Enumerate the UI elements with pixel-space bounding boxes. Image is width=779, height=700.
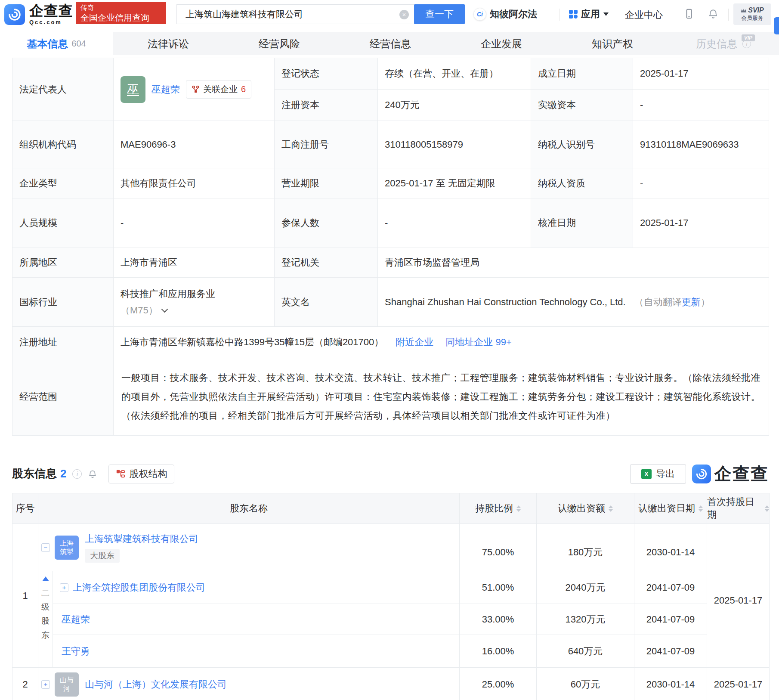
chevron-down-icon	[603, 12, 609, 16]
qcc-watermark-icon	[692, 465, 711, 483]
qcc-watermark-text: 企查查	[714, 462, 769, 486]
address-value: 上海市青浦区华新镇嘉松中路1399号35幢15层（邮编201700）	[121, 336, 383, 349]
top-bar: 企查查 Qcc.com 传奇 全国企业信用查询 × 查一下 Ci 知彼阿尔法 应…	[0, 0, 779, 28]
triangle-up-icon[interactable]	[42, 576, 49, 581]
tab-label: 企业发展	[481, 37, 522, 51]
tab-basic-info[interactable]: 基本信息 604	[0, 32, 113, 55]
tab-operation-info[interactable]: 经营信息	[335, 32, 446, 55]
basic-info-table: 法定代表人 巫 巫超荣 关联企业 6 登记状态 存续（在营、开业、在册） 成立日…	[12, 58, 769, 436]
shareholder-name-link[interactable]: 山与河（上海）文化发展有限公司	[85, 678, 227, 691]
first-date-cell: 2025-01-17	[707, 524, 769, 668]
second-level-label-cell: 二级股东	[38, 571, 53, 668]
avatar-line2: 河	[63, 685, 70, 693]
ent-type-label: 企业类型	[12, 168, 114, 198]
info-icon[interactable]: i	[72, 469, 82, 479]
sub-shareholder-name-link[interactable]: 王守勇	[62, 645, 90, 658]
auto-translate-note: （自动翻译	[634, 297, 682, 307]
sort-icon[interactable]	[699, 505, 703, 512]
related-companies-count: 6	[241, 84, 246, 94]
nearby-companies-link[interactable]: 附近企业	[396, 336, 433, 349]
related-companies-button[interactable]: 关联企业 6	[186, 80, 251, 99]
search-input[interactable]	[177, 5, 414, 24]
search-clear-icon[interactable]: ×	[399, 10, 409, 19]
paid-capital-value: -	[633, 90, 769, 121]
org-code-label: 组织机构代码	[12, 121, 114, 168]
crown-icon	[741, 8, 747, 13]
amount-cell: 2040万元	[537, 571, 634, 604]
nav-zhibi-alpha[interactable]: Ci 知彼阿尔法	[473, 8, 537, 21]
same-address-companies-link[interactable]: 同地址企业 99+	[445, 336, 511, 349]
nav-apps[interactable]: 应用	[569, 8, 609, 21]
floating-side-widget[interactable]	[774, 17, 779, 34]
sort-icon[interactable]	[609, 505, 613, 512]
amount-cell: 60万元	[537, 668, 634, 700]
col-header-first-date[interactable]: 首次持股日期	[707, 493, 769, 524]
equity-structure-button[interactable]: 股权结构	[108, 465, 174, 483]
biz-reg-no-label: 工商注册号	[275, 121, 378, 168]
nav-apps-label: 应用	[581, 8, 600, 21]
ratio-cell: 16.00%	[460, 635, 537, 668]
sub-shareholder-name-link[interactable]: 巫超荣	[62, 613, 90, 626]
shareholder-name-link[interactable]: 上海筑掣建筑科技有限公司	[85, 533, 198, 545]
date-cell: 2041-07-09	[634, 604, 707, 635]
tab-intellectual-property[interactable]: 知识产权	[557, 32, 668, 55]
col-header-date[interactable]: 认缴出资日期	[634, 493, 707, 524]
date-cell: 2030-01-14	[634, 524, 707, 571]
date-cell: 2041-07-09	[634, 635, 707, 668]
tab-bar: 基本信息 604 法律诉讼 经营风险 经营信息 企业发展 知识产权 VIP 历史…	[0, 32, 779, 55]
expand-cell: +	[38, 668, 53, 700]
apps-grid-icon	[569, 10, 578, 19]
tab-label: 经营风险	[259, 37, 300, 51]
search-button[interactable]: 查一下	[414, 4, 465, 24]
tab-legal-litigation[interactable]: 法律诉讼	[113, 32, 224, 55]
svip-member-button[interactable]: SVIP 会员服务	[733, 3, 771, 25]
sort-icon[interactable]	[516, 505, 521, 512]
monitor-bell-icon[interactable]	[88, 469, 97, 479]
sort-icon[interactable]	[765, 505, 769, 512]
sub-shareholder-name-link[interactable]: 上海全筑控股集团股份有限公司	[73, 581, 205, 594]
org-code-value: MAE90696-3	[114, 121, 275, 168]
tab-enterprise-development[interactable]: 企业发展	[446, 32, 557, 55]
insured-count-label: 参保人数	[275, 198, 378, 248]
legal-rep-label: 法定代表人	[12, 58, 114, 121]
translate-update-link[interactable]: 更新	[682, 297, 701, 307]
related-companies-icon	[192, 85, 200, 93]
legal-rep-name-link[interactable]: 巫超荣	[151, 83, 180, 96]
shareholder-avatar: 山与 河	[55, 672, 79, 697]
en-name-value: Shanghai Zhushan Hai Construction Techno…	[385, 297, 626, 307]
staff-size-label: 人员规模	[12, 198, 114, 248]
region-label: 所属地区	[12, 248, 114, 278]
qcc-logo[interactable]: 企查查 Qcc.com	[4, 3, 73, 25]
col-header-amount[interactable]: 认缴出资额	[537, 493, 634, 524]
divider	[728, 9, 729, 21]
ent-type-value: 其他有限责任公司	[114, 168, 275, 198]
expand-button[interactable]: +	[60, 583, 68, 592]
related-companies-label: 关联企业	[203, 84, 238, 95]
export-label: 导出	[656, 468, 675, 480]
collapse-button[interactable]: −	[41, 543, 50, 552]
col-header-ratio[interactable]: 持股比例	[460, 493, 537, 524]
badge-line1: 传奇	[80, 3, 162, 12]
reg-capital-value: 240万元	[378, 90, 531, 121]
tab-basic-info-label: 基本信息	[27, 37, 68, 51]
reg-capital-label: 注册资本	[275, 90, 378, 121]
expand-button[interactable]: +	[41, 680, 50, 689]
tab-operation-risk[interactable]: 经营风险	[224, 32, 335, 55]
export-button[interactable]: X 导出	[630, 464, 686, 484]
en-name-cell: Shanghai Zhushan Hai Construction Techno…	[378, 278, 769, 327]
en-name-label: 英文名	[275, 278, 378, 327]
legal-rep-avatar[interactable]: 巫	[121, 76, 145, 103]
amount-cell: 1320万元	[537, 604, 634, 635]
tab-history-info[interactable]: VIP 历史信息 i	[668, 32, 779, 55]
approve-date-value: 2025-01-17	[633, 198, 769, 248]
row-index: 2	[12, 668, 38, 700]
credit-query-badge: 传奇 全国企业信用查询	[76, 2, 166, 24]
notification-bell-icon[interactable]	[708, 8, 719, 22]
col-header-name: 股东名称	[38, 493, 460, 524]
svip-sublabel: 会员服务	[741, 14, 764, 22]
mobile-app-icon[interactable]	[683, 8, 695, 22]
nav-enterprise-center[interactable]: 企业中心	[625, 9, 663, 22]
biz-reg-no-value: 310118005158979	[378, 121, 531, 168]
chevron-down-icon[interactable]	[161, 306, 168, 313]
tab-label: 知识产权	[592, 37, 633, 51]
